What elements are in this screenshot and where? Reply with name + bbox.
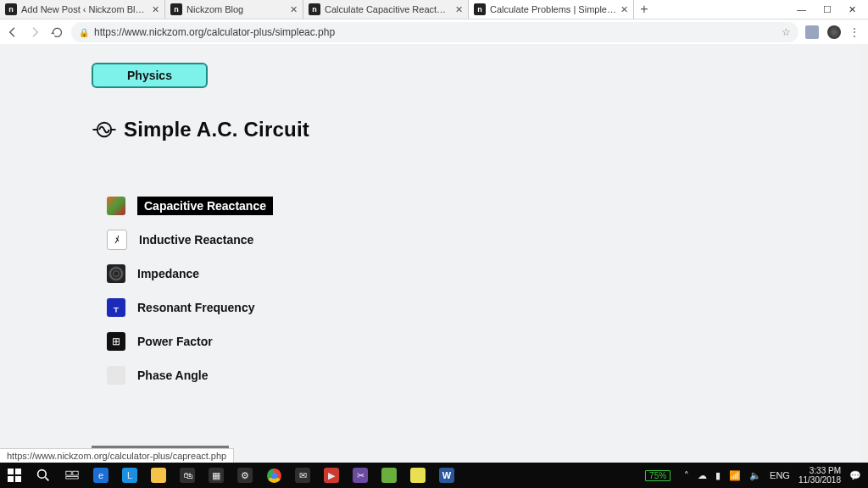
- close-icon[interactable]: ✕: [151, 4, 159, 15]
- taskbar-app-l[interactable]: L: [115, 463, 144, 488]
- taskbar-app-word[interactable]: W: [432, 463, 461, 488]
- taskbar: e L 🛍 ▦ ⚙ ✉ ▶ ✂ W 75% ˄ ☁ ▮ 📶 🔈 ENG 3:33…: [0, 463, 868, 488]
- chrome-menu-icon[interactable]: ⋮: [849, 26, 860, 38]
- taskbar-app-chrome[interactable]: [259, 463, 288, 488]
- tab-simple-ac-active[interactable]: n Calculate Problems | Simple AC C ✕: [469, 0, 634, 19]
- status-bar-link: https://www.nickzom.org/calculator-plus/…: [0, 448, 234, 463]
- topic-inductive-reactance[interactable]: ﾒ Inductive Reactance: [107, 229, 860, 251]
- favicon: n: [170, 3, 182, 15]
- close-icon[interactable]: ✕: [620, 4, 628, 15]
- topic-capacitive-reactance[interactable]: Capacitive Reactance: [107, 195, 860, 217]
- tray-time: 3:33 PM: [810, 466, 841, 475]
- tray-volume-icon[interactable]: 🔈: [749, 470, 761, 481]
- page-content: Physics Simple A.C. Circuit Capacitive R…: [0, 44, 860, 463]
- topic-icon: ﾒ: [107, 230, 127, 250]
- close-window-icon[interactable]: ✕: [849, 4, 856, 15]
- maximize-icon[interactable]: ☐: [823, 4, 832, 15]
- topic-label: Phase Angle: [137, 369, 209, 382]
- topic-label: Power Factor: [137, 335, 213, 348]
- svg-rect-4: [15, 476, 21, 482]
- tab-title: Nickzom Blog: [186, 4, 286, 14]
- page-title: Simple A.C. Circuit: [124, 118, 309, 141]
- sine-wave-icon: [92, 117, 117, 142]
- svg-rect-3: [8, 476, 14, 482]
- tray-date: 11/30/2018: [798, 475, 841, 485]
- taskbar-app-settings[interactable]: ⚙: [231, 463, 259, 488]
- tray-action-center-icon[interactable]: 💬: [849, 470, 861, 481]
- close-icon[interactable]: ✕: [454, 4, 463, 15]
- minimize-icon[interactable]: —: [797, 4, 806, 14]
- new-tab-button[interactable]: +: [634, 0, 654, 19]
- star-icon[interactable]: ☆: [782, 26, 791, 38]
- vertical-scrollbar[interactable]: [860, 44, 868, 463]
- url-text: https://www.nickzom.org/calculator-plus/…: [94, 26, 776, 38]
- tray-language[interactable]: ENG: [770, 470, 790, 480]
- topic-label: Resonant Frequency: [137, 301, 254, 314]
- page-heading: Simple A.C. Circuit: [92, 117, 860, 142]
- topic-resonant-frequency[interactable]: ᚁ Resonant Frequency: [107, 297, 860, 319]
- topic-label: Capacitive Reactance: [137, 197, 273, 215]
- taskbar-app-edge[interactable]: e: [86, 463, 115, 488]
- battery-indicator[interactable]: 75%: [645, 470, 670, 481]
- url-field[interactable]: 🔒 https://www.nickzom.org/calculator-plu…: [71, 22, 798, 42]
- tab-list: n Add New Post ‹ Nickzom Blog — ✕ n Nick…: [0, 0, 654, 19]
- tray-clock[interactable]: 3:33 PM 11/30/2018: [798, 466, 841, 485]
- taskbar-app-files[interactable]: [144, 463, 173, 488]
- topic-power-factor[interactable]: ⊞ Power Factor: [107, 330, 860, 352]
- tray-battery-icon[interactable]: ▮: [715, 470, 721, 481]
- tray-chevron-up-icon[interactable]: ˄: [684, 470, 689, 481]
- topic-list: Capacitive Reactance ﾒ Inductive Reactan…: [107, 195, 860, 386]
- favicon: n: [309, 3, 320, 15]
- topic-icon: ᚁ: [107, 298, 125, 317]
- svg-rect-6: [66, 471, 71, 475]
- physics-button[interactable]: Physics: [92, 63, 208, 88]
- close-icon[interactable]: ✕: [289, 4, 298, 15]
- favicon: n: [474, 3, 486, 15]
- taskbar-app-store[interactable]: 🛍: [173, 463, 202, 488]
- tab-capacitive-reactance[interactable]: n Calculate Capacitive Reactance | ✕: [303, 0, 469, 19]
- reload-button[interactable]: [49, 25, 64, 40]
- window-controls: — ☐ ✕: [785, 0, 868, 19]
- browser-tab-strip: n Add New Post ‹ Nickzom Blog — ✕ n Nick…: [0, 0, 868, 19]
- topic-icon: ⊞: [107, 332, 125, 351]
- topic-label: Impedance: [137, 267, 199, 280]
- topic-label: Inductive Reactance: [139, 233, 253, 247]
- tray-onedrive-icon[interactable]: ☁: [698, 470, 707, 481]
- page-viewport: Physics Simple A.C. Circuit Capacitive R…: [0, 44, 860, 463]
- tray-wifi-icon[interactable]: 📶: [729, 470, 741, 481]
- topic-icon: [107, 264, 125, 283]
- taskbar-app-video[interactable]: ▶: [317, 463, 346, 488]
- start-button[interactable]: [0, 463, 29, 488]
- svg-rect-7: [73, 471, 78, 475]
- forward-button[interactable]: [27, 25, 42, 40]
- topic-icon: [107, 197, 125, 215]
- extension-icon[interactable]: [805, 25, 819, 39]
- back-button[interactable]: [5, 25, 20, 40]
- task-view-icon[interactable]: [58, 463, 86, 488]
- topic-icon: [107, 366, 125, 385]
- svg-rect-8: [66, 477, 78, 479]
- extension-icons: ⋮: [805, 25, 863, 39]
- taskbar-app-yellow[interactable]: [403, 463, 432, 488]
- taskbar-app-snip[interactable]: ✂: [346, 463, 375, 488]
- search-icon[interactable]: [29, 463, 58, 488]
- taskbar-app-green[interactable]: [375, 463, 403, 488]
- svg-point-5: [38, 470, 47, 479]
- tab-title: Calculate Problems | Simple AC C: [490, 4, 616, 14]
- tab-nickzom-blog[interactable]: n Nickzom Blog ✕: [165, 0, 303, 19]
- tab-title: Calculate Capacitive Reactance |: [325, 4, 451, 14]
- taskbar-app-mail[interactable]: ✉: [288, 463, 317, 488]
- tab-title: Add New Post ‹ Nickzom Blog —: [21, 4, 147, 14]
- topic-impedance[interactable]: Impedance: [107, 263, 860, 285]
- profile-avatar[interactable]: [827, 25, 841, 39]
- topic-phase-angle[interactable]: Phase Angle: [107, 364, 860, 386]
- svg-rect-2: [15, 469, 21, 474]
- lock-icon: 🔒: [79, 28, 89, 37]
- taskbar-app-calc[interactable]: ▦: [202, 463, 231, 488]
- favicon: n: [5, 3, 17, 15]
- svg-rect-1: [8, 469, 14, 474]
- tab-add-new-post[interactable]: n Add New Post ‹ Nickzom Blog — ✕: [0, 0, 165, 19]
- address-bar: 🔒 https://www.nickzom.org/calculator-plu…: [0, 19, 868, 46]
- system-tray: ˄ ☁ ▮ 📶 🔈 ENG 3:33 PM 11/30/2018 💬: [677, 466, 868, 485]
